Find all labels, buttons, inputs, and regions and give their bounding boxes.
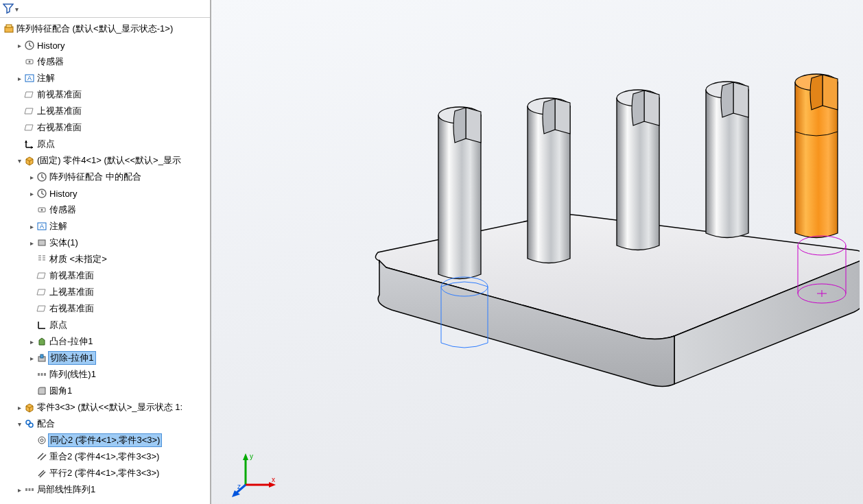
tree-item-part4[interactable]: ▾ (固定) 零件4<1> (默认<<默认>_显示 [3, 152, 210, 169]
expand-arrow[interactable]: ▸ [27, 173, 36, 181]
tree-item-boss-extrude1[interactable]: ▸ 凸台-拉伸1 [3, 333, 210, 350]
tree-item-right-plane2[interactable]: 右视基准面 [3, 300, 210, 317]
svg-marker-35 [243, 453, 248, 460]
tree-item-right-plane[interactable]: 右视基准面 [3, 119, 210, 136]
triad-x-label: x [272, 476, 275, 483]
tree-label: 注解 [48, 220, 67, 232]
plane-icon [23, 106, 36, 117]
material-icon [36, 254, 48, 265]
assembly-icon [3, 23, 15, 34]
expand-arrow[interactable]: ▸ [27, 223, 36, 230]
cylinder-4 [706, 82, 748, 238]
tree-label: 注解 [36, 72, 55, 84]
tree-label: 圆角1 [48, 385, 72, 397]
tree-label: 上视基准面 [36, 105, 82, 117]
tree-label: 配合 [36, 418, 55, 430]
svg-rect-25 [32, 488, 34, 491]
tree-item-mates[interactable]: ▾ 配合 [3, 416, 210, 432]
tree-item-origin2[interactable]: 原点 [3, 317, 210, 333]
tree-item-top-plane2[interactable]: 上视基准面 [3, 284, 210, 300]
tree-label: 前视基准面 [36, 88, 82, 101]
plane-icon [36, 303, 48, 314]
tree-label: 原点 [36, 138, 55, 150]
coincident-icon [36, 451, 48, 462]
annotation-icon: A [23, 73, 36, 84]
svg-text:A: A [27, 75, 32, 82]
mates-icon [23, 418, 36, 429]
tree-label: 重合2 (零件4<1>,零件3<3>) [48, 451, 159, 463]
cylinder-3 [617, 90, 659, 250]
tree-root-label: 阵列特征配合 (默认<默认_显示状态-1>) [15, 23, 173, 35]
svg-point-10 [41, 209, 43, 211]
filter-icon[interactable] [3, 3, 14, 16]
svg-rect-17 [41, 373, 43, 376]
history-icon [23, 40, 36, 51]
orientation-triad[interactable]: y x z [232, 449, 280, 497]
tree-item-mates-in-pattern[interactable]: ▸ 阵列特征配合 中的配合 [3, 169, 210, 185]
tree-item-cut-extrude1[interactable]: ▸ 切除-拉伸1 [3, 350, 210, 366]
svg-rect-23 [25, 488, 27, 491]
tree-item-origin[interactable]: 原点 [3, 136, 210, 152]
tree-label-selected: 切除-拉伸1 [48, 351, 96, 365]
tree-item-sensors2[interactable]: 传感器 [3, 202, 210, 218]
svg-rect-18 [44, 373, 46, 376]
tree-item-top-plane[interactable]: 上视基准面 [3, 103, 210, 119]
svg-point-4 [29, 61, 31, 63]
tree-label: 阵列特征配合 中的配合 [48, 171, 141, 183]
tree-label: 上视基准面 [48, 286, 94, 298]
svg-rect-15 [40, 355, 43, 358]
expand-arrow[interactable]: ▸ [27, 338, 36, 346]
tree-item-annotations[interactable]: ▸ A 注解 [3, 70, 210, 86]
plane-icon [23, 122, 36, 133]
tree-label: History [48, 189, 77, 199]
tree-label: 前视基准面 [48, 269, 94, 282]
concentric-icon [36, 435, 48, 446]
expand-arrow[interactable]: ▸ [27, 239, 36, 247]
tree-label: 平行2 (零件4<1>,零件3<3>) [48, 467, 159, 479]
expand-arrow[interactable]: ▸ [27, 355, 36, 362]
expand-arrow[interactable]: ▾ [15, 420, 23, 428]
expand-arrow[interactable]: ▾ [15, 157, 23, 165]
tree-item-solid-bodies[interactable]: ▸ 实体(1) [3, 235, 210, 251]
tree-item-fillet1[interactable]: 圆角1 [3, 383, 210, 399]
graphics-viewport[interactable]: y x z [211, 0, 863, 504]
tree-item-local-lpattern1[interactable]: ▸ 局部线性阵列1 [3, 481, 210, 498]
feature-tree[interactable]: 阵列特征配合 (默认<默认_显示状态-1>) ▸ History 传感器 ▸ A… [0, 18, 210, 498]
expand-arrow[interactable]: ▸ [15, 404, 23, 411]
chevron-down-icon[interactable]: ▾ [14, 5, 19, 13]
filter-bar[interactable]: ▾ [0, 1, 210, 18]
plane-icon [23, 89, 36, 100]
part-icon [23, 402, 36, 413]
tree-item-part3[interactable]: ▸ 零件3<3> (默认<<默认>_显示状态 1: [3, 399, 210, 416]
feature-tree-panel: ▾ 阵列特征配合 (默认<默认_显示状态-1>) ▸ History 传感器 [0, 0, 211, 504]
tree-label: 材质 <未指定> [48, 253, 107, 265]
expand-arrow[interactable]: ▸ [15, 486, 23, 494]
svg-point-21 [38, 437, 45, 444]
origin-icon [23, 139, 36, 149]
svg-rect-24 [29, 488, 31, 491]
tree-item-sensors[interactable]: 传感器 [3, 53, 210, 70]
tree-label: 原点 [48, 319, 67, 331]
tree-item-concentric2[interactable]: 同心2 (零件4<1>,零件3<3>) [3, 432, 210, 448]
tree-item-material[interactable]: 材质 <未指定> [3, 251, 210, 267]
tree-item-history2[interactable]: ▸ History [3, 185, 210, 202]
tree-item-history[interactable]: ▸ History [3, 37, 210, 53]
tree-item-annotations2[interactable]: ▸ A 注解 [3, 218, 210, 235]
tree-item-parallel2[interactable]: 平行2 (零件4<1>,零件3<3>) [3, 465, 210, 481]
expand-arrow[interactable]: ▸ [15, 42, 23, 49]
expand-arrow[interactable]: ▸ [27, 190, 36, 197]
tree-root-assembly[interactable]: 阵列特征配合 (默认<默认_显示状态-1>) [3, 21, 210, 37]
triad-z-label: z [237, 483, 241, 490]
tree-item-lpattern1[interactable]: 阵列(线性)1 [3, 366, 210, 383]
expand-arrow[interactable]: ▸ [15, 75, 23, 82]
model-3d-view [290, 55, 860, 439]
tree-label: (固定) 零件4<1> (默认<<默认>_显示 [36, 154, 181, 167]
tree-item-coincident2[interactable]: 重合2 (零件4<1>,零件3<3>) [3, 448, 210, 465]
tree-item-front-plane2[interactable]: 前视基准面 [3, 267, 210, 284]
tree-label: 右视基准面 [48, 302, 94, 315]
tree-label: 传感器 [48, 204, 76, 216]
annotation-icon: A [36, 221, 48, 232]
tree-item-front-plane[interactable]: 前视基准面 [3, 86, 210, 103]
origin-icon [36, 320, 48, 331]
svg-rect-13 [38, 240, 45, 245]
